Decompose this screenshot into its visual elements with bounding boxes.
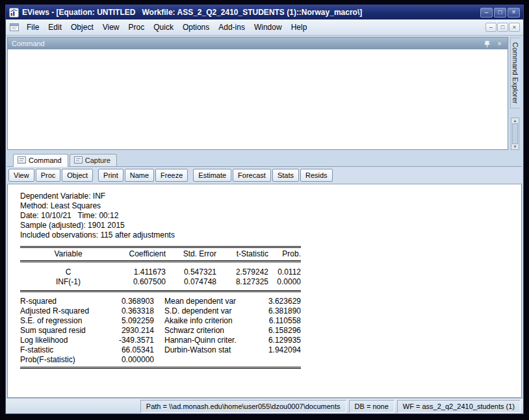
stat-row: S.E. of regression 5.092259 Akaike info … <box>20 316 301 326</box>
menu-edit[interactable]: Edit <box>44 20 66 34</box>
stat-value: 3.623629 <box>264 297 301 306</box>
command-row: Command × Command Explorer ▲ <box>7 37 522 150</box>
scroll-up-icon[interactable]: ▲ <box>513 119 517 123</box>
menu-view[interactable]: View <box>98 20 124 34</box>
command-panel-header[interactable]: Command × <box>8 38 508 49</box>
coef-row-c: C 1.411673 0.547321 2.579242 0.0112 <box>20 267 301 277</box>
explorer-scrollbar[interactable]: ▲ ▼ <box>511 117 519 150</box>
scrollbar-thumb[interactable] <box>512 123 518 144</box>
stat-value: 6.110558 <box>264 316 301 326</box>
tab-command[interactable]: Command <box>13 154 68 167</box>
stat-row: Sum squared resid 2930.214 Schwarz crite… <box>20 326 301 336</box>
window-controls: – □ × <box>480 8 520 18</box>
cell: 0.607500 <box>116 277 166 287</box>
status-db: DB = none <box>349 400 394 413</box>
stat-row: Log likelihood -349.3571 Hannan-Quinn cr… <box>20 336 301 345</box>
cell: INF(-1) <box>20 277 116 287</box>
equation-toolbar: View Proc Object Print Name Freeze Estim… <box>7 167 522 184</box>
stat-row: Prob(F-statistic) 0.000000 <box>20 355 301 365</box>
summary-stats-table: R-squared 0.368903 Mean dependent var 3.… <box>20 297 301 365</box>
table-rule <box>20 246 301 248</box>
stat-label: Hannan-Quinn criter. <box>154 336 264 345</box>
header-variable: Variable <box>20 249 116 259</box>
stat-value <box>264 355 301 365</box>
print-button[interactable]: Print <box>98 169 123 182</box>
proc-button[interactable]: Proc <box>36 169 61 182</box>
menu-addins[interactable]: Add-ins <box>214 20 250 34</box>
header-prob: Prob. <box>268 249 301 259</box>
equation-window-icon[interactable] <box>9 23 19 32</box>
stat-label: Akaike info criterion <box>154 316 264 326</box>
freeze-button[interactable]: Freeze <box>155 169 188 182</box>
name-button[interactable]: Name <box>125 169 154 182</box>
child-minimize-button[interactable]: – <box>485 23 497 32</box>
stat-value: -349.3571 <box>97 336 154 345</box>
table-rule <box>20 290 301 292</box>
status-bar: Path = \\ad.monash.edu\home\user055\dzou… <box>6 398 523 414</box>
stat-label: Durbin-Watson stat <box>154 345 264 355</box>
cell: 0.0000 <box>268 277 301 287</box>
stat-row: R-squared 0.368903 Mean dependent var 3.… <box>20 297 301 306</box>
coef-table-body: C 1.411673 0.547321 2.579242 0.0112 INF(… <box>20 267 521 287</box>
eviews-window: EViews - [Equation: UNTITLED Workfile: A… <box>5 5 524 414</box>
cell: 2.579242 <box>216 267 268 277</box>
tab-command-label: Command <box>29 156 62 164</box>
stat-label: Prob(F-statistic) <box>20 355 97 365</box>
command-capture-tabstrip: Command Capture <box>7 151 522 167</box>
estimate-button[interactable]: Estimate <box>193 169 231 182</box>
coef-row-inf-lag: INF(-1) 0.607500 0.074748 8.127325 0.000… <box>20 277 301 287</box>
window-frame: EViews - [Equation: UNTITLED Workfile: A… <box>0 0 529 420</box>
tab-capture-label: Capture <box>85 156 110 164</box>
view-button[interactable]: View <box>8 169 34 182</box>
menu-object[interactable]: Object <box>66 20 98 34</box>
stat-label: R-squared <box>20 297 97 306</box>
stat-value: 0.368903 <box>97 297 154 306</box>
scroll-down-icon[interactable]: ▼ <box>513 145 517 149</box>
status-path: Path = \\ad.monash.edu\home\user055\dzou… <box>140 400 346 413</box>
cell: C <box>20 267 116 277</box>
eviews-app-icon <box>9 8 19 18</box>
cell: 0.547321 <box>166 267 216 277</box>
close-button[interactable]: × <box>508 8 520 18</box>
cell: 8.127325 <box>216 277 268 287</box>
stat-label: Adjusted R-squared <box>20 306 97 316</box>
stat-value: 1.942094 <box>264 345 301 355</box>
method-line: Method: Least Squares <box>20 201 521 211</box>
stat-label: S.E. of regression <box>20 316 97 326</box>
resids-button[interactable]: Resids <box>300 169 333 182</box>
dependent-variable-line: Dependent Variable: INF <box>20 191 521 201</box>
estimation-output: Dependent Variable: INF Method: Least Sq… <box>7 184 522 398</box>
menu-proc[interactable]: Proc <box>124 20 149 34</box>
maximize-button[interactable]: □ <box>494 8 506 18</box>
command-panel-close-icon[interactable]: × <box>495 40 504 48</box>
capture-tab-icon <box>74 156 83 164</box>
stat-value: 6.158296 <box>264 326 301 336</box>
command-input[interactable] <box>8 49 508 149</box>
tab-capture[interactable]: Capture <box>70 154 117 166</box>
header-std-error: Std. Error <box>166 249 216 259</box>
forecast-button[interactable]: Forecast <box>233 169 271 182</box>
menu-help[interactable]: Help <box>287 20 312 34</box>
child-close-button[interactable]: × <box>509 23 520 32</box>
command-tab-icon <box>18 156 26 164</box>
object-button[interactable]: Object <box>62 169 93 182</box>
stat-value: 0.000000 <box>97 355 154 365</box>
title-bar[interactable]: EViews - [Equation: UNTITLED Workfile: A… <box>6 5 523 19</box>
stat-label: Mean dependent var <box>154 297 264 306</box>
stat-label <box>154 355 264 365</box>
stats-button[interactable]: Stats <box>272 169 299 182</box>
menu-window[interactable]: Window <box>250 20 287 34</box>
pin-icon[interactable] <box>483 40 491 48</box>
menu-bar: File Edit Object View Proc Quick Options… <box>6 19 523 36</box>
stat-value: 5.092259 <box>97 316 154 326</box>
minimize-button[interactable]: – <box>480 8 493 18</box>
child-restore-button[interactable]: □ <box>497 23 508 32</box>
header-t-statistic: t-Statistic <box>216 249 268 259</box>
menu-quick[interactable]: Quick <box>149 20 178 34</box>
menu-options[interactable]: Options <box>178 20 214 34</box>
menu-file[interactable]: File <box>22 20 44 34</box>
child-window-controls: – □ × <box>485 23 521 32</box>
stat-value: 6.129935 <box>264 336 301 345</box>
stat-value: 66.05341 <box>97 345 154 355</box>
command-explorer-tab[interactable]: Command Explorer <box>510 38 520 108</box>
